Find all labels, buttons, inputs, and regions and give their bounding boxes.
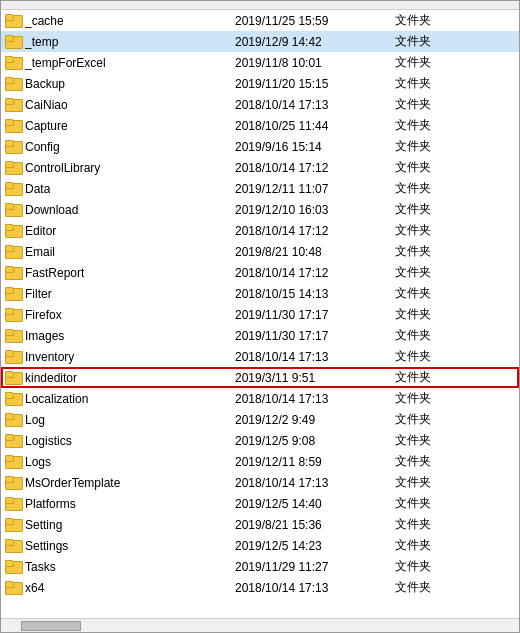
h-scrollbar-thumb[interactable]	[21, 621, 81, 631]
file-type-cell: 文件夹	[391, 179, 519, 198]
file-type-cell: 文件夹	[391, 200, 519, 219]
file-name-cell: Filter	[1, 286, 231, 302]
file-type-cell: 文件夹	[391, 515, 519, 534]
file-name-cell: FastReport	[1, 265, 231, 281]
table-row[interactable]: Firefox2019/11/30 17:17文件夹	[1, 304, 519, 325]
table-row[interactable]: ControlLibrary2018/10/14 17:12文件夹	[1, 157, 519, 178]
table-row[interactable]: FastReport2018/10/14 17:12文件夹	[1, 262, 519, 283]
file-type-cell: 文件夹	[391, 410, 519, 429]
table-row[interactable]: Email2019/8/21 10:48文件夹	[1, 241, 519, 262]
file-name-cell: Editor	[1, 223, 231, 239]
file-type-cell: 文件夹	[391, 536, 519, 555]
col-type-header	[391, 3, 519, 7]
file-date-cell: 2019/11/20 15:15	[231, 76, 391, 92]
file-date-cell: 2018/10/25 11:44	[231, 118, 391, 134]
table-row[interactable]: x642018/10/14 17:13文件夹	[1, 577, 519, 598]
table-row[interactable]: MsOrderTemplate2018/10/14 17:13文件夹	[1, 472, 519, 493]
folder-icon	[5, 98, 21, 112]
col-name-header	[1, 3, 231, 7]
file-type-cell: 文件夹	[391, 11, 519, 30]
folder-icon	[5, 329, 21, 343]
file-name-text: Data	[25, 182, 50, 196]
folder-icon	[5, 35, 21, 49]
table-row[interactable]: Setting2019/8/21 15:36文件夹	[1, 514, 519, 535]
table-row[interactable]: _tempForExcel2019/11/8 10:01文件夹	[1, 52, 519, 73]
file-name-text: MsOrderTemplate	[25, 476, 120, 490]
file-name-text: Filter	[25, 287, 52, 301]
folder-icon	[5, 539, 21, 553]
file-name-text: Platforms	[25, 497, 76, 511]
file-date-cell: 2019/12/2 9:49	[231, 412, 391, 428]
table-row[interactable]: Capture2018/10/25 11:44文件夹	[1, 115, 519, 136]
file-name-cell: x64	[1, 580, 231, 596]
file-date-cell: 2018/10/14 17:13	[231, 475, 391, 491]
file-type-cell: 文件夹	[391, 116, 519, 135]
file-name-cell: _temp	[1, 34, 231, 50]
table-row[interactable]: Logistics2019/12/5 9:08文件夹	[1, 430, 519, 451]
folder-icon	[5, 77, 21, 91]
folder-icon	[5, 371, 21, 385]
file-type-cell: 文件夹	[391, 242, 519, 261]
table-row[interactable]: Backup2019/11/20 15:15文件夹	[1, 73, 519, 94]
table-row[interactable]: Log2019/12/2 9:49文件夹	[1, 409, 519, 430]
table-row[interactable]: Filter2018/10/15 14:13文件夹	[1, 283, 519, 304]
file-date-cell: 2019/8/21 15:36	[231, 517, 391, 533]
file-list[interactable]: _cache2019/11/25 15:59文件夹_temp2019/12/9 …	[1, 10, 519, 618]
file-name-text: ControlLibrary	[25, 161, 100, 175]
folder-icon	[5, 14, 21, 28]
h-scrollbar-track[interactable]	[1, 620, 519, 632]
table-row[interactable]: Settings2019/12/5 14:23文件夹	[1, 535, 519, 556]
table-row[interactable]: Config2019/9/16 15:14文件夹	[1, 136, 519, 157]
file-type-cell: 文件夹	[391, 389, 519, 408]
file-name-text: FastReport	[25, 266, 84, 280]
file-date-cell: 2019/11/30 17:17	[231, 328, 391, 344]
horizontal-scrollbar[interactable]	[1, 618, 519, 632]
file-name-cell: Setting	[1, 517, 231, 533]
file-name-text: Settings	[25, 539, 68, 553]
file-name-text: Tasks	[25, 560, 56, 574]
folder-icon	[5, 203, 21, 217]
folder-icon	[5, 392, 21, 406]
table-row[interactable]: Data2019/12/11 11:07文件夹	[1, 178, 519, 199]
folder-icon	[5, 308, 21, 322]
file-date-cell: 2018/10/14 17:12	[231, 223, 391, 239]
file-name-cell: ControlLibrary	[1, 160, 231, 176]
table-row[interactable]: Tasks2019/11/29 11:27文件夹	[1, 556, 519, 577]
file-date-cell: 2019/11/30 17:17	[231, 307, 391, 323]
file-date-cell: 2019/11/8 10:01	[231, 55, 391, 71]
table-row[interactable]: _temp2019/12/9 14:42文件夹	[1, 31, 519, 52]
file-type-cell: 文件夹	[391, 494, 519, 513]
column-headers	[1, 1, 519, 10]
file-name-text: Capture	[25, 119, 68, 133]
file-name-text: x64	[25, 581, 44, 595]
table-row[interactable]: _cache2019/11/25 15:59文件夹	[1, 10, 519, 31]
file-name-text: kindeditor	[25, 371, 77, 385]
file-date-cell: 2019/12/9 14:42	[231, 34, 391, 50]
file-explorer: _cache2019/11/25 15:59文件夹_temp2019/12/9 …	[0, 0, 520, 633]
file-name-cell: Firefox	[1, 307, 231, 323]
file-name-text: _tempForExcel	[25, 56, 106, 70]
table-row[interactable]: Localization2018/10/14 17:13文件夹	[1, 388, 519, 409]
folder-icon	[5, 119, 21, 133]
table-row[interactable]: Inventory2018/10/14 17:13文件夹	[1, 346, 519, 367]
file-name-cell: Platforms	[1, 496, 231, 512]
file-type-cell: 文件夹	[391, 452, 519, 471]
file-name-cell: Settings	[1, 538, 231, 554]
file-date-cell: 2019/12/5 14:23	[231, 538, 391, 554]
file-type-cell: 文件夹	[391, 137, 519, 156]
file-type-cell: 文件夹	[391, 578, 519, 597]
table-row[interactable]: Platforms2019/12/5 14:40文件夹	[1, 493, 519, 514]
table-row[interactable]: CaiNiao2018/10/14 17:13文件夹	[1, 94, 519, 115]
folder-icon	[5, 161, 21, 175]
folder-icon	[5, 581, 21, 595]
file-name-text: Editor	[25, 224, 56, 238]
table-row[interactable]: Images2019/11/30 17:17文件夹	[1, 325, 519, 346]
file-type-cell: 文件夹	[391, 158, 519, 177]
table-row[interactable]: kindeditor2019/3/11 9:51文件夹	[1, 367, 519, 388]
folder-icon	[5, 266, 21, 280]
table-row[interactable]: Editor2018/10/14 17:12文件夹	[1, 220, 519, 241]
file-name-cell: CaiNiao	[1, 97, 231, 113]
table-row[interactable]: Logs2019/12/11 8:59文件夹	[1, 451, 519, 472]
file-type-cell: 文件夹	[391, 347, 519, 366]
table-row[interactable]: Download2019/12/10 16:03文件夹	[1, 199, 519, 220]
